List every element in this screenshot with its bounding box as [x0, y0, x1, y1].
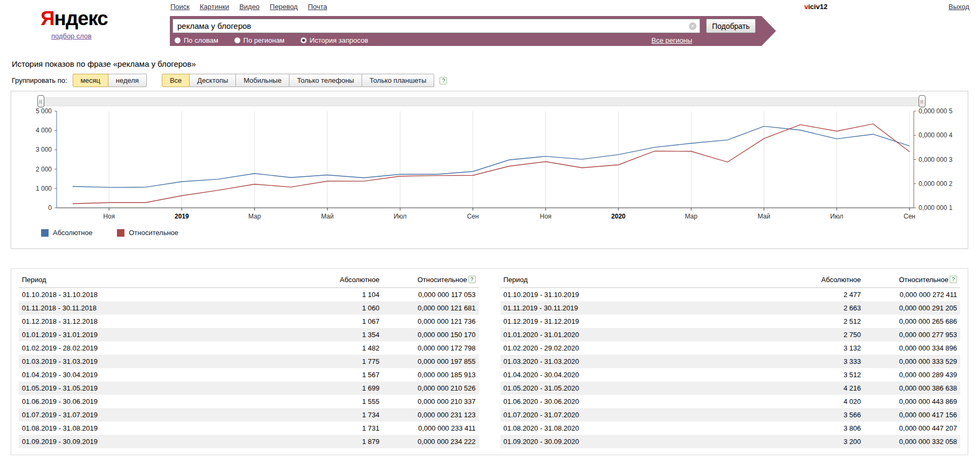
period-cell: 01.02.2020 - 29.02.2020: [500, 341, 787, 355]
column-header: Относительное?: [864, 272, 960, 288]
svg-text:0,000 000 5: 0,000 000 5: [919, 107, 953, 115]
svg-text:3 000: 3 000: [36, 146, 52, 153]
period-cell: 01.05.2019 - 31.05.2019: [19, 381, 305, 395]
legend-item[interactable]: Относительное: [117, 229, 178, 237]
absolute-cell: 1 879: [305, 435, 383, 448]
periods-table-left: ПериодАбсолютноеОтносительное?01.10.2018…: [19, 272, 479, 448]
svg-text:1 000: 1 000: [36, 185, 52, 192]
radio-dot-icon: [175, 37, 181, 43]
header: Яндекс подбор слов ПоискКартинкиВидеоПер…: [0, 0, 980, 49]
help-icon[interactable]: ?: [950, 276, 957, 283]
table-row: 01.10.2019 - 31.10.20192 4770,000 000 27…: [500, 288, 961, 302]
absolute-cell: 1 731: [305, 422, 383, 435]
legend-item[interactable]: Абсолютное: [41, 229, 92, 237]
svg-text:Июл: Июл: [830, 213, 843, 220]
period-cell: 01.06.2020 - 30.06.2020: [500, 395, 787, 408]
search-input[interactable]: [173, 19, 700, 33]
absolute-cell: 2 512: [787, 315, 864, 328]
period-cell: 01.08.2020 - 31.08.2020: [500, 422, 787, 435]
legend-swatch-icon: [117, 229, 124, 237]
relative-cell: 0,000 000 117 053: [383, 288, 479, 302]
periods-tables: ПериодАбсолютноеОтносительное?01.10.2018…: [11, 268, 968, 455]
period-cell: 01.03.2019 - 31.03.2019: [19, 355, 305, 368]
nav-link-поиск[interactable]: Поиск: [170, 3, 190, 11]
relative-cell: 0,000 000 333 529: [864, 355, 960, 368]
absolute-cell: 2 750: [787, 328, 864, 341]
range-slider-track[interactable]: [41, 97, 922, 106]
wordstat-link[interactable]: подбор слов: [51, 32, 91, 40]
range-slider-left-handle[interactable]: ||: [37, 95, 44, 107]
svg-text:Сен: Сен: [467, 213, 479, 220]
help-icon[interactable]: ?: [468, 276, 476, 283]
svg-text:Сен: Сен: [904, 213, 915, 220]
chart-panel: || || Ноя2019МарМайИюлСенНоя2020МарМайИю…: [11, 91, 968, 249]
relative-cell: 0,000 000 121 736: [383, 315, 479, 328]
period-cell: 01.08.2019 - 31.08.2019: [19, 422, 305, 435]
period-cell: 01.02.2019 - 28.02.2019: [19, 341, 305, 355]
radio-label: По регионам: [244, 36, 285, 44]
legend-label: Абсолютное: [53, 229, 92, 237]
nav-link-видео[interactable]: Видео: [239, 3, 260, 11]
nav-link-почта[interactable]: Почта: [308, 3, 327, 11]
svg-text:Мар: Мар: [248, 213, 261, 220]
page-title: История показов по фразе «реклама у блог…: [12, 59, 196, 68]
clear-input-icon[interactable]: ✕: [689, 22, 696, 30]
legend-swatch-icon: [41, 229, 49, 237]
relative-cell: 0,000 000 172 798: [383, 341, 479, 355]
nav-link-картинки[interactable]: Картинки: [200, 3, 229, 11]
nav-link-перевод[interactable]: Перевод: [270, 3, 297, 11]
radio-option[interactable]: По словам: [175, 36, 218, 44]
relative-cell: 0,000 000 197 855: [383, 355, 479, 368]
all-regions-link[interactable]: Все регионы: [652, 36, 692, 44]
relative-cell: 0,000 000 233 411: [383, 422, 479, 435]
radio-checked-option[interactable]: История запросов: [301, 36, 369, 44]
username[interactable]: viciv12: [804, 3, 827, 11]
relative-cell: 0,000 000 334 896: [864, 341, 960, 355]
tab-только-телефоны[interactable]: Только телефоны: [289, 74, 362, 87]
period-cell: 01.12.2018 - 31.12.2018: [19, 315, 305, 328]
search-button[interactable]: Подобрать: [706, 19, 756, 33]
absolute-cell: 2 477: [787, 288, 864, 302]
table-row: 01.07.2019 - 31.07.20191 7340,000 000 23…: [19, 408, 479, 422]
relative-cell: 0,000 000 291 205: [864, 301, 960, 315]
group-by-месяц[interactable]: месяц: [73, 74, 108, 87]
relative-cell: 0,000 000 185 913: [383, 368, 479, 381]
period-cell: 01.09.2019 - 30.09.2019: [19, 435, 305, 448]
svg-text:Ноя: Ноя: [540, 213, 552, 220]
relative-cell: 0,000 000 210 337: [383, 395, 479, 408]
period-cell: 01.12.2019 - 31.12.2019: [500, 315, 787, 328]
table-row: 01.06.2020 - 30.06.20204 0200,000 000 44…: [500, 395, 961, 408]
tab-все[interactable]: Все: [162, 74, 190, 87]
table-row: 01.08.2020 - 31.08.20203 8060,000 000 44…: [500, 422, 961, 435]
relative-cell: 0,000 000 277 953: [864, 328, 960, 341]
absolute-cell: 1 567: [305, 368, 383, 381]
svg-text:Мар: Мар: [685, 213, 697, 220]
table-row: 01.09.2019 - 30.09.20191 8790,000 000 23…: [19, 435, 479, 448]
red-letter: v: [804, 3, 808, 11]
column-header: Относительное?: [383, 272, 479, 288]
yandex-logo[interactable]: Яндекс: [41, 7, 108, 30]
history-line-chart: Ноя2019МарМайИюлСенНоя2020МарМайИюлСен01…: [11, 107, 969, 224]
relative-cell: 0,000 000 417 156: [864, 408, 960, 422]
tab-мобильные[interactable]: Мобильные: [236, 74, 289, 87]
controls-row: Группировать по: месяцнеделя ВсеДесктопы…: [12, 74, 447, 87]
range-slider-right-handle[interactable]: ||: [919, 95, 926, 107]
relative-cell: 0,000 000 332 058: [864, 435, 960, 448]
logout-link[interactable]: Выход: [948, 3, 969, 11]
absolute-cell: 1 104: [305, 288, 383, 302]
period-cell: 01.07.2019 - 31.07.2019: [19, 408, 305, 422]
absolute-cell: 4 020: [787, 395, 864, 408]
group-by-неделя[interactable]: неделя: [108, 74, 147, 87]
help-icon[interactable]: ?: [440, 77, 447, 84]
period-cell: 01.01.2019 - 31.01.2019: [19, 328, 305, 341]
series-line-left: [73, 126, 910, 187]
relative-cell: 0,000 000 121 681: [383, 301, 479, 315]
radio-option[interactable]: По регионам: [234, 36, 285, 44]
absolute-cell: 1 699: [305, 381, 383, 395]
period-cell: 01.11.2019 - 30.11.2019: [500, 301, 787, 315]
period-cell: 01.04.2019 - 30.04.2019: [19, 368, 305, 381]
chart-legend: АбсолютноеОтносительное: [41, 229, 203, 237]
tab-только-планшеты[interactable]: Только планшеты: [362, 74, 434, 87]
group-by-buttons: месяцнеделя: [73, 74, 147, 87]
tab-десктопы[interactable]: Десктопы: [190, 74, 236, 87]
